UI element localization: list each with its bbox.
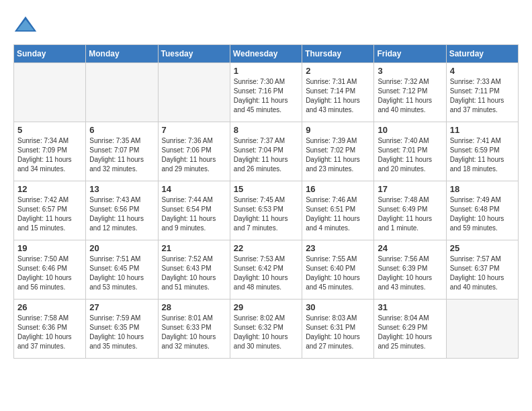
day-info: Sunrise: 7:39 AMSunset: 7:02 PMDaylight:… <box>306 136 370 174</box>
day-info: Sunrise: 8:03 AMSunset: 6:31 PMDaylight:… <box>306 314 370 351</box>
day-info: Sunrise: 7:57 AMSunset: 6:37 PMDaylight:… <box>450 255 515 292</box>
week-row-4: 19Sunrise: 7:50 AMSunset: 6:46 PMDayligh… <box>14 240 519 300</box>
weekday-header-wednesday: Wednesday <box>230 45 302 63</box>
day-info: Sunrise: 7:55 AMSunset: 6:40 PMDaylight:… <box>306 255 370 292</box>
week-row-3: 12Sunrise: 7:42 AMSunset: 6:57 PMDayligh… <box>14 181 519 240</box>
day-number: 9 <box>306 125 370 135</box>
calendar-cell: 31Sunrise: 8:04 AMSunset: 6:29 PMDayligh… <box>374 300 446 359</box>
calendar-cell <box>86 63 158 122</box>
weekday-header-tuesday: Tuesday <box>158 45 230 63</box>
day-number: 19 <box>17 243 82 253</box>
day-number: 23 <box>306 243 370 253</box>
calendar-cell: 12Sunrise: 7:42 AMSunset: 6:57 PMDayligh… <box>14 181 86 240</box>
calendar-cell: 8Sunrise: 7:37 AMSunset: 7:04 PMDaylight… <box>230 122 302 181</box>
day-info: Sunrise: 7:34 AMSunset: 7:09 PMDaylight:… <box>17 136 82 174</box>
calendar-cell: 20Sunrise: 7:51 AMSunset: 6:45 PMDayligh… <box>86 240 158 300</box>
day-number: 13 <box>89 184 154 194</box>
day-number: 18 <box>450 184 515 194</box>
day-info: Sunrise: 7:44 AMSunset: 6:54 PMDaylight:… <box>162 195 226 233</box>
calendar-cell: 25Sunrise: 7:57 AMSunset: 6:37 PMDayligh… <box>446 240 518 300</box>
calendar-cell: 4Sunrise: 7:33 AMSunset: 7:11 PMDaylight… <box>446 63 518 122</box>
day-info: Sunrise: 7:49 AMSunset: 6:48 PMDaylight:… <box>450 195 515 233</box>
calendar-cell: 1Sunrise: 7:30 AMSunset: 7:16 PMDaylight… <box>230 63 302 122</box>
day-info: Sunrise: 7:48 AMSunset: 6:49 PMDaylight:… <box>378 195 442 233</box>
day-info: Sunrise: 7:46 AMSunset: 6:51 PMDaylight:… <box>306 195 370 233</box>
day-info: Sunrise: 8:02 AMSunset: 6:32 PMDaylight:… <box>234 314 298 351</box>
day-number: 24 <box>378 243 442 253</box>
day-number: 17 <box>378 184 442 194</box>
weekday-header-monday: Monday <box>86 45 158 63</box>
calendar-cell <box>14 63 86 122</box>
day-info: Sunrise: 7:58 AMSunset: 6:36 PMDaylight:… <box>17 314 82 351</box>
calendar-cell <box>158 63 230 122</box>
calendar-cell <box>446 300 518 359</box>
day-number: 2 <box>306 66 370 76</box>
day-info: Sunrise: 7:31 AMSunset: 7:14 PMDaylight:… <box>306 77 370 115</box>
calendar-cell: 22Sunrise: 7:53 AMSunset: 6:42 PMDayligh… <box>230 240 302 300</box>
day-number: 4 <box>450 66 515 76</box>
day-info: Sunrise: 8:01 AMSunset: 6:33 PMDaylight:… <box>162 314 226 351</box>
page-header <box>13 13 519 38</box>
calendar-body: 1Sunrise: 7:30 AMSunset: 7:16 PMDaylight… <box>14 63 519 359</box>
calendar-cell: 23Sunrise: 7:55 AMSunset: 6:40 PMDayligh… <box>302 240 374 300</box>
day-info: Sunrise: 7:36 AMSunset: 7:06 PMDaylight:… <box>162 136 226 174</box>
day-number: 5 <box>17 125 82 135</box>
day-info: Sunrise: 7:51 AMSunset: 6:45 PMDaylight:… <box>89 255 154 292</box>
calendar-cell: 27Sunrise: 7:59 AMSunset: 6:35 PMDayligh… <box>86 300 158 359</box>
day-number: 15 <box>234 184 298 194</box>
weekday-header-sunday: Sunday <box>14 45 86 63</box>
day-info: Sunrise: 7:56 AMSunset: 6:39 PMDaylight:… <box>378 255 442 292</box>
calendar-cell: 19Sunrise: 7:50 AMSunset: 6:46 PMDayligh… <box>14 240 86 300</box>
day-info: Sunrise: 7:37 AMSunset: 7:04 PMDaylight:… <box>234 136 298 174</box>
calendar-cell: 24Sunrise: 7:56 AMSunset: 6:39 PMDayligh… <box>374 240 446 300</box>
day-info: Sunrise: 7:52 AMSunset: 6:43 PMDaylight:… <box>162 255 226 292</box>
day-info: Sunrise: 7:59 AMSunset: 6:35 PMDaylight:… <box>89 314 154 351</box>
calendar-cell: 3Sunrise: 7:32 AMSunset: 7:12 PMDaylight… <box>374 63 446 122</box>
weekday-header-friday: Friday <box>374 45 446 63</box>
calendar-cell: 5Sunrise: 7:34 AMSunset: 7:09 PMDaylight… <box>14 122 86 181</box>
day-info: Sunrise: 7:43 AMSunset: 6:56 PMDaylight:… <box>89 195 154 233</box>
day-info: Sunrise: 7:30 AMSunset: 7:16 PMDaylight:… <box>234 77 298 115</box>
calendar-cell: 7Sunrise: 7:36 AMSunset: 7:06 PMDaylight… <box>158 122 230 181</box>
day-number: 1 <box>234 66 298 76</box>
day-number: 8 <box>234 125 298 135</box>
calendar-cell: 28Sunrise: 8:01 AMSunset: 6:33 PMDayligh… <box>158 300 230 359</box>
day-number: 20 <box>89 243 154 253</box>
day-number: 27 <box>89 302 154 312</box>
day-info: Sunrise: 7:45 AMSunset: 6:53 PMDaylight:… <box>234 195 298 233</box>
logo-icon <box>13 13 38 38</box>
day-number: 22 <box>234 243 298 253</box>
weekday-header-thursday: Thursday <box>302 45 374 63</box>
day-number: 7 <box>162 125 226 135</box>
calendar-cell: 21Sunrise: 7:52 AMSunset: 6:43 PMDayligh… <box>158 240 230 300</box>
day-number: 6 <box>89 125 154 135</box>
day-number: 3 <box>378 66 442 76</box>
calendar-cell: 9Sunrise: 7:39 AMSunset: 7:02 PMDaylight… <box>302 122 374 181</box>
week-row-1: 1Sunrise: 7:30 AMSunset: 7:16 PMDaylight… <box>14 63 519 122</box>
day-number: 30 <box>306 302 370 312</box>
weekday-header-row: SundayMondayTuesdayWednesdayThursdayFrid… <box>14 45 519 63</box>
calendar-cell: 18Sunrise: 7:49 AMSunset: 6:48 PMDayligh… <box>446 181 518 240</box>
calendar-cell: 6Sunrise: 7:35 AMSunset: 7:07 PMDaylight… <box>86 122 158 181</box>
day-number: 25 <box>450 243 515 253</box>
calendar-cell: 26Sunrise: 7:58 AMSunset: 6:36 PMDayligh… <box>14 300 86 359</box>
day-info: Sunrise: 7:53 AMSunset: 6:42 PMDaylight:… <box>234 255 298 292</box>
calendar-cell: 30Sunrise: 8:03 AMSunset: 6:31 PMDayligh… <box>302 300 374 359</box>
day-number: 28 <box>162 302 226 312</box>
day-info: Sunrise: 7:35 AMSunset: 7:07 PMDaylight:… <box>89 136 154 174</box>
calendar-cell: 29Sunrise: 8:02 AMSunset: 6:32 PMDayligh… <box>230 300 302 359</box>
day-info: Sunrise: 7:41 AMSunset: 6:59 PMDaylight:… <box>450 136 515 174</box>
day-number: 12 <box>17 184 82 194</box>
calendar-cell: 15Sunrise: 7:45 AMSunset: 6:53 PMDayligh… <box>230 181 302 240</box>
calendar-cell: 14Sunrise: 7:44 AMSunset: 6:54 PMDayligh… <box>158 181 230 240</box>
calendar-cell: 10Sunrise: 7:40 AMSunset: 7:01 PMDayligh… <box>374 122 446 181</box>
day-number: 11 <box>450 125 515 135</box>
day-info: Sunrise: 7:40 AMSunset: 7:01 PMDaylight:… <box>378 136 442 174</box>
day-number: 21 <box>162 243 226 253</box>
day-info: Sunrise: 7:42 AMSunset: 6:57 PMDaylight:… <box>17 195 82 233</box>
weekday-header-saturday: Saturday <box>446 45 518 63</box>
calendar-cell: 13Sunrise: 7:43 AMSunset: 6:56 PMDayligh… <box>86 181 158 240</box>
calendar-cell: 11Sunrise: 7:41 AMSunset: 6:59 PMDayligh… <box>446 122 518 181</box>
day-number: 31 <box>378 302 442 312</box>
day-number: 29 <box>234 302 298 312</box>
